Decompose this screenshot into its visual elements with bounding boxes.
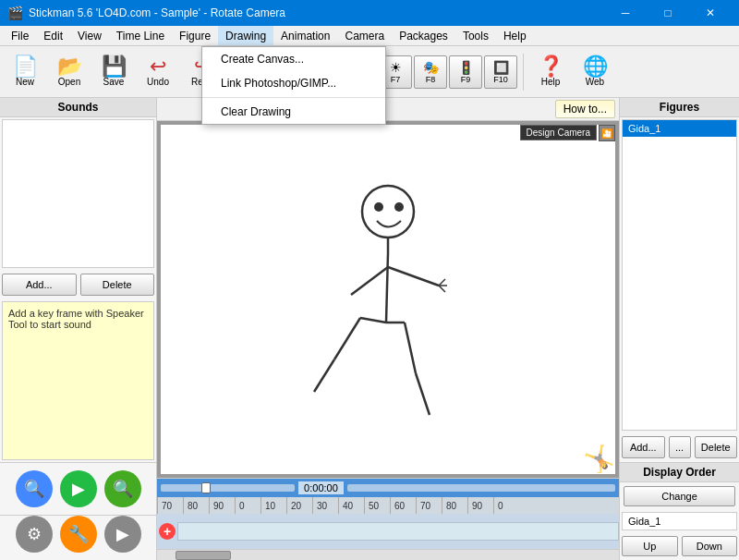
ruler-number: 30	[312, 497, 338, 514]
ruler-number: 20	[286, 497, 312, 514]
figure-item-gida1[interactable]: Gida_1	[623, 120, 736, 137]
undo-button[interactable]: ↩ Undo	[137, 49, 179, 95]
undo-icon: ↩	[150, 56, 166, 77]
ruler-number: 70	[416, 497, 442, 514]
stickman-preview: 🤸	[583, 444, 615, 474]
ruler-number: 80	[183, 497, 209, 514]
menu-tools[interactable]: Tools	[455, 26, 496, 45]
clear-drawing-item[interactable]: Clear Drawing	[202, 100, 385, 124]
settings-button[interactable]: ⚙	[16, 516, 53, 553]
camera-label: Design Camera	[520, 125, 597, 140]
display-order-list: Gida_1	[622, 512, 737, 530]
figures-list: Gida_1	[622, 119, 737, 431]
new-button[interactable]: 📄 New	[4, 49, 46, 95]
ruler-number: 50	[364, 497, 390, 514]
menu-figure[interactable]: Figure	[172, 26, 218, 45]
web-button[interactable]: 🌐 Web	[574, 49, 616, 95]
save-button[interactable]: 💾 Save	[92, 49, 135, 95]
display-order-header: Display Order	[620, 462, 739, 482]
display-item-gida1[interactable]: Gida_1	[623, 513, 736, 530]
title-bar: 🎬 Stickman 5.6 'LO4D.com - Sample' - Rot…	[0, 0, 739, 26]
camera-toggle-button[interactable]: 🎦	[599, 125, 615, 141]
f9-button[interactable]: 🚦 F9	[449, 55, 482, 89]
web-icon: 🌐	[583, 56, 608, 77]
figures-delete-button[interactable]: Delete	[695, 436, 738, 458]
menu-edit[interactable]: Edit	[36, 26, 70, 45]
svg-point-0	[362, 186, 414, 237]
howto-button[interactable]: How to...	[555, 100, 615, 118]
timeline-bar: 0:00:00	[157, 479, 619, 497]
scroll-thumb[interactable]	[176, 551, 231, 560]
open-icon: 📂	[57, 56, 82, 77]
wrench-button[interactable]: 🔧	[60, 516, 97, 553]
toolbar-separator-3	[523, 54, 524, 91]
updown-buttons: Up Down	[620, 532, 739, 560]
menu-bar: File Edit View Time Line Figure Drawing …	[0, 26, 739, 46]
ruler-number: 80	[442, 497, 467, 514]
timeline-tracks: +	[157, 514, 619, 549]
figures-buttons: Add... ... Delete	[620, 432, 739, 462]
help-icon: ❓	[539, 56, 563, 77]
record-button[interactable]: ▶	[104, 516, 141, 553]
menu-help[interactable]: Help	[496, 26, 534, 45]
minimize-button[interactable]: ─	[604, 0, 647, 26]
menu-drawing[interactable]: Drawing	[218, 26, 273, 45]
svg-line-6	[388, 267, 439, 286]
svg-line-15	[416, 373, 430, 415]
track-row-main: +	[157, 514, 619, 549]
menu-timeline[interactable]: Time Line	[109, 26, 172, 45]
down-button[interactable]: Down	[682, 536, 738, 556]
sounds-add-button[interactable]: Add...	[2, 274, 77, 296]
svg-line-10	[360, 318, 386, 323]
timeline-track-right[interactable]	[347, 484, 615, 492]
figures-extra-button[interactable]: ...	[669, 436, 691, 458]
change-button[interactable]: Change	[624, 486, 735, 506]
player-controls-2: ⚙ 🔧 ▶	[0, 515, 156, 560]
svg-line-4	[386, 253, 388, 323]
menu-camera[interactable]: Camera	[337, 26, 392, 45]
link-photoshop-item[interactable]: Link Photoshop/GIMP...	[202, 71, 385, 95]
canvas-wrapper: 🤖	[157, 121, 619, 478]
sounds-delete-button[interactable]: Delete	[80, 274, 155, 296]
menu-file[interactable]: File	[4, 26, 36, 45]
maximize-button[interactable]: □	[647, 0, 689, 26]
figures-add-button[interactable]: Add...	[622, 436, 665, 458]
svg-line-14	[405, 323, 416, 373]
svg-point-2	[394, 202, 404, 212]
track-content[interactable]	[177, 522, 619, 541]
figures-header: Figures	[620, 98, 739, 117]
find-button[interactable]: 🔍	[104, 470, 141, 507]
help-button[interactable]: ❓ Help	[529, 49, 572, 95]
close-button[interactable]: ✕	[689, 0, 732, 26]
menu-animation[interactable]: Animation	[273, 26, 337, 45]
f10-button[interactable]: 🔲 F10	[484, 55, 517, 89]
menu-packages[interactable]: Packages	[392, 26, 455, 45]
drawing-dropdown-menu: Create Canvas... Link Photoshop/GIMP... …	[201, 46, 386, 125]
search-button[interactable]: 🔍	[16, 470, 53, 507]
add-frame-button[interactable]: +	[159, 523, 176, 540]
timeline-track[interactable]	[161, 484, 295, 492]
sounds-buttons: Add... Delete	[0, 270, 156, 299]
menu-view[interactable]: View	[70, 26, 109, 45]
ruler-number: 0	[493, 497, 519, 514]
ruler-number: 40	[338, 497, 364, 514]
ruler-number: 0	[235, 497, 260, 514]
stickman-canvas	[268, 161, 508, 438]
timeline-ruler: 70809001020304050607080900	[157, 497, 619, 514]
canvas-inner[interactable]	[161, 125, 615, 474]
timeline-time: 0:00:00	[298, 481, 344, 494]
svg-line-9	[439, 286, 445, 292]
svg-line-13	[314, 359, 334, 392]
left-panel: Sounds Add... Delete Add a key frame wit…	[0, 98, 157, 560]
play-button[interactable]: ▶	[60, 470, 97, 507]
timeline-thumb[interactable]	[201, 482, 211, 493]
app-icon: 🎬	[7, 6, 23, 20]
new-icon: 📄	[13, 56, 38, 77]
create-canvas-item[interactable]: Create Canvas...	[202, 47, 385, 71]
up-button[interactable]: Up	[622, 536, 678, 556]
title-bar-controls: ─ □ ✕	[604, 0, 732, 26]
open-button[interactable]: 📂 Open	[48, 49, 91, 95]
svg-line-12	[334, 318, 360, 359]
f8-button[interactable]: 🎭 F8	[414, 55, 447, 89]
title-text: Stickman 5.6 'LO4D.com - Sample' - Rotat…	[29, 6, 604, 19]
